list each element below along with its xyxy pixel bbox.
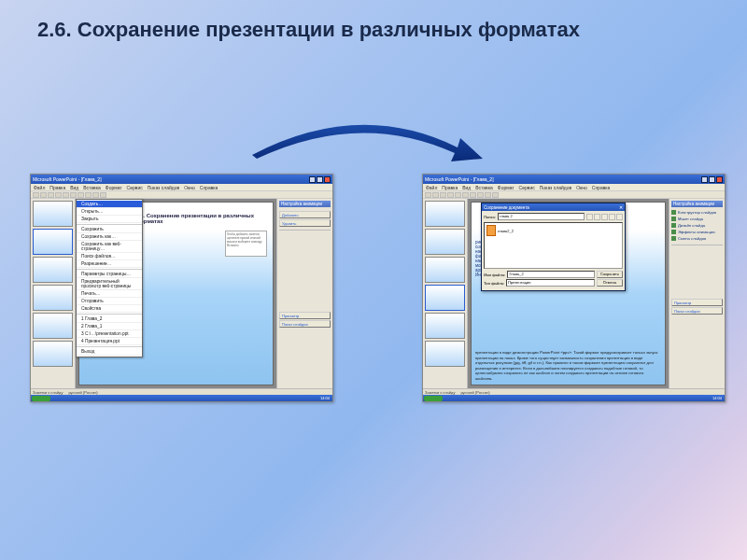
toolbar-button[interactable]: [492, 192, 499, 198]
menu-tools[interactable]: Сервис: [519, 185, 535, 190]
menu-bar[interactable]: Файл Правка Вид Вставка Формат Сервис По…: [423, 184, 725, 191]
toolbar-button[interactable]: [455, 192, 461, 198]
save-button[interactable]: Сохранить: [597, 271, 623, 278]
menu-edit[interactable]: Правка: [442, 185, 458, 190]
task-add-button[interactable]: Добавить: [279, 211, 331, 218]
menu-file[interactable]: Файл: [34, 185, 45, 190]
toolbar-button[interactable]: [92, 192, 99, 198]
toolbar-button[interactable]: [100, 192, 106, 198]
task-link[interactable]: Эффекты анимации: [671, 229, 723, 235]
slide-thumb[interactable]: [33, 201, 73, 227]
menu-tools[interactable]: Сервис: [127, 185, 143, 190]
toolbar-button[interactable]: [470, 192, 476, 198]
close-button[interactable]: [716, 176, 723, 183]
slide-thumbnails-panel[interactable]: [31, 199, 76, 388]
menu-item-send[interactable]: Отправить: [77, 298, 142, 305]
slide-thumb[interactable]: [33, 341, 73, 367]
menu-help[interactable]: Справка: [200, 185, 218, 190]
menu-item-recent[interactable]: 1 Глава_2: [77, 315, 142, 323]
menu-view[interactable]: Вид: [462, 185, 471, 190]
menu-file[interactable]: Файл: [426, 185, 437, 190]
windows-taskbar[interactable]: 14:04: [423, 395, 725, 401]
menu-item-page-setup[interactable]: Параметры страницы…: [77, 271, 142, 278]
menu-bar[interactable]: Файл Правка Вид Вставка Формат Сервис По…: [31, 184, 332, 191]
task-remove-button[interactable]: Удалить: [279, 219, 331, 227]
menu-item-recent[interactable]: 4 Презентация.ppt: [77, 338, 142, 345]
dialog-newfolder-icon[interactable]: [601, 214, 608, 220]
toolbar-button[interactable]: [485, 192, 491, 198]
slide-thumb[interactable]: [33, 257, 73, 283]
slide-thumb[interactable]: [425, 229, 465, 255]
dialog-file-list[interactable]: глава2_2: [484, 222, 623, 269]
minimize-button[interactable]: [701, 176, 708, 183]
slide-thumbnails-panel[interactable]: [423, 199, 468, 388]
toolbar-button[interactable]: [85, 192, 92, 198]
menu-help[interactable]: Справка: [592, 185, 611, 190]
slide-thumb[interactable]: [33, 313, 73, 339]
menu-item-save-web[interactable]: Сохранить как веб-страницу…: [77, 241, 142, 253]
task-link[interactable]: Дизайн слайда: [671, 222, 723, 229]
minimize-button[interactable]: [309, 176, 316, 183]
file-list-item[interactable]: глава2_2: [498, 229, 514, 233]
menu-edit[interactable]: Правка: [49, 185, 65, 190]
menu-item-properties[interactable]: Свойства: [77, 305, 142, 313]
slide-thumb[interactable]: [425, 257, 465, 283]
menu-slideshow[interactable]: Показ слайдов: [148, 185, 179, 190]
menu-insert[interactable]: Вставка: [83, 185, 101, 190]
menu-item-open[interactable]: Открыть…: [77, 208, 142, 216]
task-link[interactable]: Смена слайдов: [671, 235, 723, 242]
menu-slideshow[interactable]: Показ слайдов: [540, 185, 571, 190]
menu-item-save-as[interactable]: Сохранить как…: [77, 233, 142, 241]
task-link[interactable]: Макет слайда: [671, 216, 723, 222]
dialog-back-icon[interactable]: [586, 214, 593, 220]
toolbar-button[interactable]: [462, 192, 469, 198]
toolbar-button[interactable]: [425, 192, 431, 198]
toolbar-button[interactable]: [432, 192, 439, 198]
toolbar-button[interactable]: [55, 192, 62, 198]
start-button[interactable]: [424, 396, 443, 401]
menu-item-exit[interactable]: Выход: [77, 348, 142, 356]
slide-thumb[interactable]: [425, 201, 465, 227]
slide-thumb[interactable]: [425, 285, 465, 311]
menu-item-web-preview[interactable]: Предварительный просмотр веб-страницы: [77, 278, 142, 290]
toolbar-button[interactable]: [48, 192, 54, 198]
task-play-button[interactable]: Просмотр: [671, 299, 723, 306]
task-show-button[interactable]: Показ слайдов: [671, 307, 723, 315]
menu-item-filesearch[interactable]: Поиск файлов…: [77, 253, 142, 260]
toolbar-button[interactable]: [477, 192, 484, 198]
cancel-button[interactable]: Отмена: [597, 279, 623, 287]
menu-item-save[interactable]: Сохранить: [77, 226, 142, 233]
maximize-button[interactable]: [709, 176, 715, 183]
menu-insert[interactable]: Вставка: [475, 185, 493, 190]
dialog-close-icon[interactable]: ✕: [619, 205, 623, 210]
toolbar-button[interactable]: [63, 192, 69, 198]
close-button[interactable]: [324, 176, 331, 183]
slide-thumb[interactable]: [425, 341, 465, 367]
save-as-dialog[interactable]: Сохранение документа ✕ Папка: глава 2: [481, 203, 626, 291]
task-show-button[interactable]: Показ слайдов: [279, 320, 331, 328]
folder-combo[interactable]: глава 2: [498, 213, 585, 220]
toolbar-button[interactable]: [440, 192, 446, 198]
toolbar-button[interactable]: [33, 192, 39, 198]
menu-window[interactable]: Окно: [184, 185, 195, 190]
start-button[interactable]: [32, 396, 50, 401]
filename-input[interactable]: Глава_2: [507, 271, 595, 278]
slide-thumb[interactable]: [33, 285, 73, 311]
menu-window[interactable]: Окно: [576, 185, 587, 190]
menu-format[interactable]: Формат: [106, 185, 122, 190]
task-play-button[interactable]: Просмотр: [279, 312, 331, 319]
windows-taskbar[interactable]: 14:04: [31, 395, 332, 401]
menu-item-recent[interactable]: 2 Глава_1: [77, 323, 142, 330]
menu-view[interactable]: Вид: [70, 185, 78, 190]
slide-thumb[interactable]: [33, 229, 73, 255]
menu-item-recent[interactable]: 3 C:\…\presentation.ppt: [77, 330, 142, 338]
toolbar-button[interactable]: [78, 192, 84, 198]
menu-item-close[interactable]: Закрыть: [77, 216, 142, 223]
menu-item-permission[interactable]: Разрешение…: [77, 260, 142, 268]
filetype-combo[interactable]: Презентация: [506, 279, 595, 287]
slide-thumb[interactable]: [425, 313, 465, 339]
task-link[interactable]: Конструктор слайдов: [671, 209, 723, 216]
menu-item-print[interactable]: Печать…: [77, 290, 142, 298]
menu-format[interactable]: Формат: [498, 185, 514, 190]
toolbar-button[interactable]: [40, 192, 47, 198]
